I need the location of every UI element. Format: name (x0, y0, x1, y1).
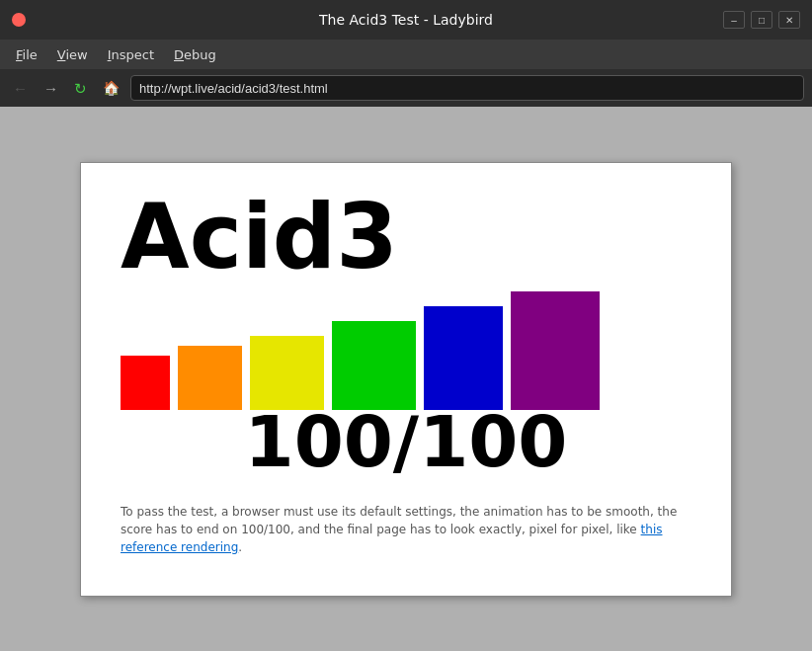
menu-debug-label: Debug (174, 47, 216, 62)
home-button[interactable]: 🏠 (98, 78, 124, 98)
close-button[interactable] (12, 13, 26, 27)
menu-file-label: File (16, 47, 38, 62)
menu-file[interactable]: File (8, 44, 45, 65)
menu-view[interactable]: View (49, 44, 96, 65)
box-purple (511, 291, 600, 410)
maximize-button[interactable]: □ (751, 11, 772, 29)
description: To pass the test, a browser must use its… (121, 503, 691, 556)
menu-inspect-label: Inspect (108, 47, 154, 62)
reload-button[interactable]: ↻ (69, 79, 92, 98)
menu-view-label: View (57, 47, 88, 62)
window-title: The Acid3 Test - Ladybird (319, 12, 493, 28)
menu-debug[interactable]: Debug (166, 44, 224, 65)
forward-button[interactable]: → (39, 79, 63, 98)
description-end: . (238, 540, 242, 554)
address-bar: ← → ↻ 🏠 (0, 69, 812, 107)
color-boxes (121, 291, 600, 410)
window-controls (12, 13, 26, 27)
acid3-title: Acid3 (121, 193, 600, 282)
url-input[interactable] (130, 75, 804, 101)
minimize-button[interactable]: – (723, 11, 745, 29)
menu-inspect[interactable]: Inspect (100, 44, 162, 65)
menu-bar: File View Inspect Debug (0, 40, 812, 69)
box-green (332, 321, 416, 410)
browser-viewport: Acid3 100/100 To pass the test, a browse… (80, 162, 732, 597)
box-yellow (250, 336, 324, 410)
back-button[interactable]: ← (8, 79, 33, 98)
score-text: 100/100 (121, 400, 691, 483)
content-area: Acid3 100/100 To pass the test, a browse… (0, 107, 812, 651)
title-bar: The Acid3 Test - Ladybird – □ ✕ (0, 0, 812, 40)
description-text: To pass the test, a browser must use its… (121, 505, 677, 536)
close-x-button[interactable]: ✕ (778, 11, 800, 29)
box-blue (424, 306, 503, 410)
window-action-buttons: – □ ✕ (723, 11, 800, 29)
